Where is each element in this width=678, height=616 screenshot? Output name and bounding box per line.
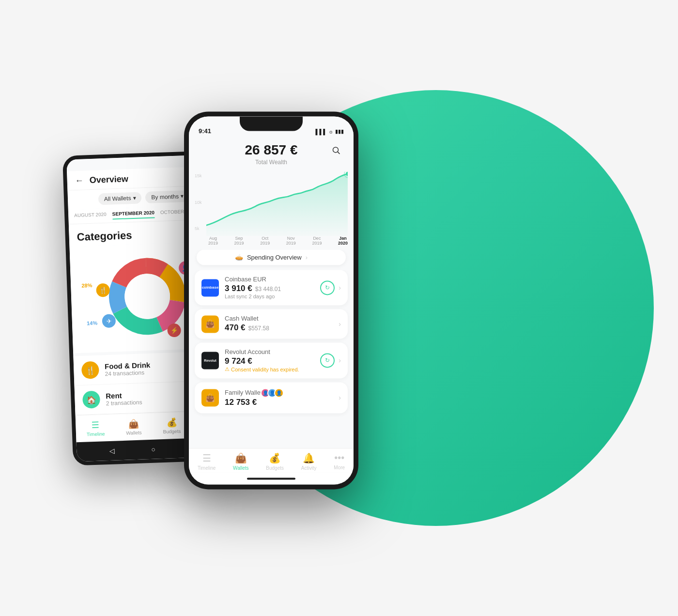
- revolut-sync-btn[interactable]: ↻: [320, 353, 335, 368]
- current-month[interactable]: SEPTEMBER 2020: [112, 210, 155, 219]
- family-amount: 12 753 €: [225, 398, 257, 407]
- phones-container: ▾▸ ▌▌ ← Overview All Wallets ▾ By months…: [0, 0, 678, 616]
- avatar-group: 👤 👤 👤: [263, 388, 284, 398]
- revolut-name: Revolut Account: [225, 348, 314, 355]
- y-label-10k: 10k: [195, 200, 202, 205]
- y-label-5k: 5k: [195, 226, 202, 231]
- cash-info: Cash Wallet 470 € $557.58: [225, 315, 333, 333]
- budgets-label: Budgets: [163, 429, 181, 434]
- svg-point-6: [333, 147, 339, 153]
- wallet-family[interactable]: 👜 Family Wallet 👤 👤 👤 12 753 €: [195, 382, 348, 413]
- avatar-3: 👤: [274, 388, 284, 398]
- chevron-down-icon: ▾: [133, 195, 136, 201]
- page-title: Overview: [89, 174, 128, 185]
- cash-chevron: ›: [339, 320, 341, 328]
- wallets-icon: 👜: [235, 452, 247, 464]
- cash-wallet-icon: 👜: [201, 315, 219, 333]
- nav-budgets[interactable]: 💰 Budgets: [262, 452, 288, 471]
- revolut-info: Revolut Account 9 724 € ⚠ Consent validi…: [225, 348, 314, 372]
- cash-usd: $557.58: [248, 325, 269, 332]
- nav-wallets[interactable]: 👜 Wallets: [125, 418, 142, 436]
- wallets-section: coinbase Coinbase EUR 3 910 € $3 448.01 …: [189, 270, 354, 448]
- food-category-icon: 🍴: [81, 361, 99, 379]
- family-actions: ›: [339, 394, 341, 401]
- chart-svg-container: [206, 171, 348, 236]
- wifi-icon: ⌾: [329, 129, 333, 135]
- warning-icon: ⚠: [225, 366, 230, 372]
- coinbase-logo: coinbase: [201, 279, 219, 296]
- next-month[interactable]: OCTOBER: [160, 209, 185, 218]
- food-pct-label: 28%: [81, 282, 92, 289]
- coinbase-info: Coinbase EUR 3 910 € $3 448.01 Last sync…: [225, 276, 314, 299]
- family-chevron: ›: [339, 394, 341, 401]
- budgets-icon: 💰: [166, 417, 177, 428]
- activity-label: Activity: [301, 465, 317, 471]
- more-label: More: [334, 465, 345, 470]
- search-icon: [332, 146, 340, 154]
- home-indicator: [189, 473, 354, 484]
- budgets-label: Budgets: [266, 465, 284, 471]
- family-info: Family Wallet 👤 👤 👤 12 753 €: [225, 388, 333, 407]
- spending-overview-btn[interactable]: 🥧 Spending Overview ›: [197, 249, 346, 265]
- wallet-coinbase[interactable]: coinbase Coinbase EUR 3 910 € $3 448.01 …: [195, 270, 348, 305]
- coinbase-name: Coinbase EUR: [225, 276, 314, 283]
- search-button[interactable]: [328, 142, 344, 158]
- iphone-nav: ☰ Timeline 👜 Wallets 💰 Budgets 🔔 Activit…: [189, 448, 354, 473]
- chart-section: 15k 10k 5k: [189, 169, 354, 249]
- y-label-15k: 15k: [195, 173, 202, 178]
- chevron-down-icon: ▾: [181, 193, 184, 200]
- cash-amount: 470 €: [225, 323, 246, 333]
- android-back-btn[interactable]: ◁: [109, 447, 115, 455]
- chevron-right-icon: ›: [306, 254, 308, 261]
- timeline-label: Timeline: [87, 431, 105, 437]
- time-filter[interactable]: By months ▾: [145, 190, 189, 203]
- family-name: Family Wallet: [225, 389, 262, 396]
- android-home-btn[interactable]: ○: [151, 446, 155, 453]
- iphone-notch: [240, 116, 303, 131]
- activity-icon: 🔔: [303, 452, 315, 464]
- revolut-actions: ↻ ›: [320, 353, 341, 368]
- iphone-header: 26 857 € Total Wealth: [189, 138, 354, 169]
- status-icons: ▌▌▌ ⌾ ▮▮▮: [316, 128, 344, 135]
- wallet-filter[interactable]: All Wallets ▾: [98, 192, 142, 205]
- iphone: 9:41 ▌▌▌ ⌾ ▮▮▮ 26 857 € Total Wealth: [184, 111, 358, 489]
- cash-actions: ›: [339, 320, 341, 328]
- x-label-jan: Jan2020: [338, 236, 348, 246]
- nav-timeline[interactable]: ☰ Timeline: [86, 419, 105, 437]
- prev-month[interactable]: AUGUST 2020: [74, 212, 107, 221]
- family-name-row: Family Wallet 👤 👤 👤: [225, 388, 333, 398]
- wallet-revolut[interactable]: Revolut Revolut Account 9 724 € ⚠ Consen…: [195, 342, 348, 378]
- cash-name: Cash Wallet: [225, 315, 333, 322]
- back-button[interactable]: ←: [75, 175, 84, 186]
- battery-icon: ▮▮▮: [335, 128, 344, 135]
- timeline-label: Timeline: [198, 465, 216, 471]
- nav-budgets[interactable]: 💰 Budgets: [163, 417, 181, 434]
- chart-x-labels: Aug2019 Sep2019 Oct2019 Nov2019 Dec2019 …: [208, 236, 348, 246]
- wallet-cash[interactable]: 👜 Cash Wallet 470 € $557.58 ›: [195, 309, 348, 339]
- x-label-aug: Aug2019: [208, 236, 218, 246]
- nav-timeline[interactable]: ☰ Timeline: [194, 452, 219, 471]
- x-label-oct: Oct2019: [260, 236, 270, 246]
- svg-line-7: [338, 152, 340, 154]
- nav-more[interactable]: ••• More: [330, 452, 349, 470]
- wallets-label: Wallets: [126, 430, 142, 436]
- iphone-inner: 9:41 ▌▌▌ ⌾ ▮▮▮ 26 857 € Total Wealth: [189, 116, 354, 484]
- travel-pct-label: 14%: [87, 320, 97, 326]
- budgets-icon: 💰: [269, 452, 281, 464]
- revolut-logo: Revolut: [201, 352, 219, 369]
- spending-label: Spending Overview: [247, 254, 302, 261]
- wallets-label: Wallets: [233, 465, 248, 471]
- signal-icon: ▌▌▌: [316, 129, 327, 135]
- coinbase-chevron: ›: [339, 284, 341, 292]
- nav-activity[interactable]: 🔔 Activity: [297, 452, 321, 471]
- nav-wallets[interactable]: 👜 Wallets: [229, 452, 252, 471]
- x-label-nov: Nov2019: [286, 236, 296, 246]
- total-wealth-label: Total Wealth: [214, 159, 328, 166]
- coinbase-amount: 3 910 €: [225, 284, 252, 293]
- more-icon: •••: [334, 452, 344, 463]
- home-indicator-bar: [247, 477, 295, 479]
- wealth-chart: [206, 171, 348, 236]
- coinbase-sync-btn[interactable]: ↻: [320, 280, 335, 295]
- chart-y-labels: 15k 10k 5k: [195, 169, 202, 235]
- timeline-icon: ☰: [92, 420, 100, 431]
